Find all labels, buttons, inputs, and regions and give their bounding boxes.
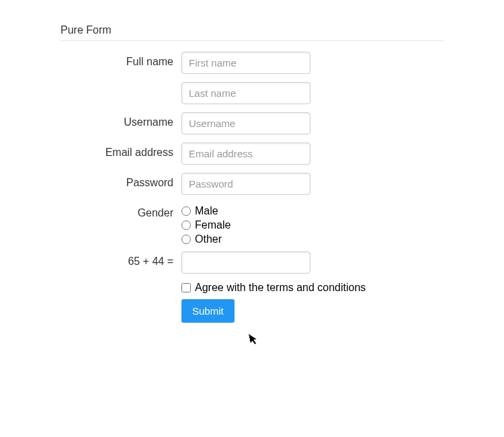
gender-radio-group: Male Female Other	[181, 203, 444, 246]
fullname-row: Full name	[60, 52, 444, 104]
email-label: Email address	[60, 143, 181, 159]
username-input[interactable]	[181, 112, 310, 134]
password-input[interactable]	[181, 173, 310, 195]
terms-checkbox-label[interactable]: Agree with the terms and conditions	[181, 282, 444, 294]
first-name-input[interactable]	[181, 52, 310, 74]
captcha-label: 65 + 44 =	[60, 251, 181, 268]
gender-option-female[interactable]: Female	[181, 218, 444, 233]
email-input[interactable]	[181, 143, 310, 165]
pure-form: Full name Username Email address Passwor…	[60, 52, 444, 323]
radio-female-label: Female	[195, 218, 230, 233]
captcha-row: 65 + 44 =	[60, 251, 444, 274]
fullname-label: Full name	[60, 52, 181, 68]
radio-male[interactable]	[181, 206, 191, 216]
captcha-input[interactable]	[181, 251, 310, 274]
divider	[60, 40, 444, 41]
radio-male-label: Male	[195, 204, 218, 218]
gender-row: Gender Male Female Other	[60, 203, 444, 246]
gender-label: Gender	[60, 203, 181, 219]
username-label: Username	[60, 112, 181, 128]
terms-text: Agree with the terms and conditions	[195, 282, 366, 294]
last-name-input[interactable]	[181, 82, 310, 104]
gender-option-other[interactable]: Other	[181, 233, 444, 247]
password-label: Password	[60, 173, 181, 189]
radio-other[interactable]	[181, 235, 191, 244]
gender-option-male[interactable]: Male	[181, 204, 444, 218]
radio-other-label: Other	[195, 233, 222, 247]
radio-female[interactable]	[181, 221, 191, 230]
terms-checkbox[interactable]	[181, 283, 191, 292]
submit-button[interactable]: Submit	[181, 299, 235, 323]
username-row: Username	[60, 112, 444, 134]
terms-row: Agree with the terms and conditions	[60, 282, 444, 294]
submit-row: Submit	[60, 299, 444, 323]
email-row: Email address	[60, 143, 444, 165]
password-row: Password	[60, 173, 444, 195]
form-title: Pure Form	[60, 24, 444, 36]
